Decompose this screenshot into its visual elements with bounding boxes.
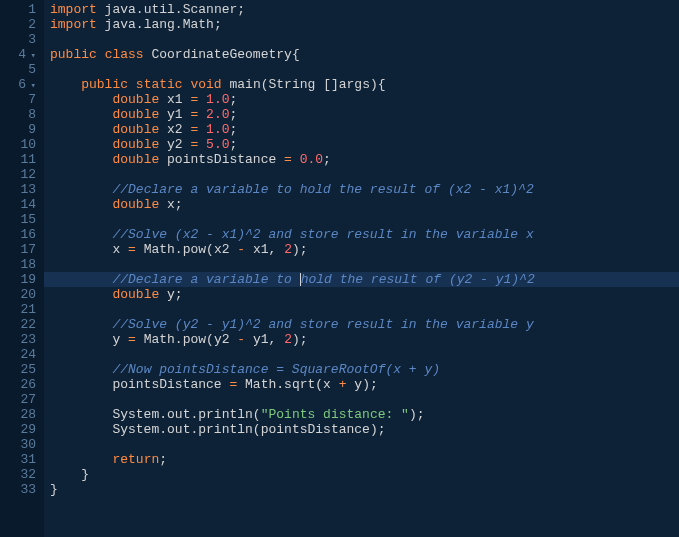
line-number: 4▾ [6,47,36,62]
line-number: 17 [6,242,36,257]
token-ident [50,317,112,332]
code-line[interactable]: y = Math.pow(y2 - y1, 2); [44,332,679,347]
token-op: + [339,377,347,392]
token-ident [276,332,284,347]
code-editor[interactable]: 1234▾56▾78910111213141516171819202122232… [0,0,679,537]
token-punct: ( [206,242,214,257]
code-line[interactable]: double y; [44,287,679,302]
token-ident: System [50,422,159,437]
code-line[interactable] [44,212,679,227]
line-number: 14 [6,197,36,212]
token-ident [50,272,112,287]
token-ident [276,242,284,257]
code-line[interactable]: System.out.println("Points distance: "); [44,407,679,422]
token-punct: } [81,467,89,482]
token-ident: pow [183,242,206,257]
token-punct: ; [323,152,331,167]
code-line[interactable] [44,437,679,452]
line-number: 28 [6,407,36,422]
token-ident: pow [183,332,206,347]
code-line[interactable] [44,62,679,77]
token-ident: Math [136,332,175,347]
token-ident [50,137,112,152]
token-punct: ; [370,377,378,392]
code-area[interactable]: import java.util.Scanner;import java.lan… [44,0,679,537]
code-line[interactable]: //Solve (x2 - x1)^2 and store result in … [44,227,679,242]
code-line[interactable]: } [44,482,679,497]
token-cmt: //Now pointsDistance = SquareRootOf(x + … [112,362,440,377]
token-type: double [112,197,159,212]
code-line[interactable]: pointsDistance = Math.sqrt(x + y); [44,377,679,392]
token-punct: . [136,17,144,32]
token-op: - [237,242,245,257]
token-punct: ; [378,422,386,437]
code-line[interactable]: double x1 = 1.0; [44,92,679,107]
code-line[interactable] [44,32,679,47]
code-line[interactable]: double y2 = 5.0; [44,137,679,152]
code-line[interactable]: public class CoordinateGeometry{ [44,47,679,62]
token-punct: ; [229,122,237,137]
token-punct: ( [261,77,269,92]
code-line[interactable]: System.out.println(pointsDistance); [44,422,679,437]
code-line[interactable]: //Declare a variable to hold the result … [44,272,679,287]
code-line[interactable]: //Solve (y2 - y1)^2 and store result in … [44,317,679,332]
token-ident: y [50,332,128,347]
token-ident: sqrt [284,377,315,392]
code-line[interactable]: } [44,467,679,482]
token-punct: ) [292,332,300,347]
code-line[interactable]: x = Math.pow(x2 - x1, 2); [44,242,679,257]
code-line[interactable]: import java.util.Scanner; [44,2,679,17]
token-ident: java [97,17,136,32]
line-number: 19 [6,272,36,287]
token-op: - [237,332,245,347]
code-line[interactable]: double x2 = 1.0; [44,122,679,137]
token-punct: { [292,47,300,62]
line-number: 27 [6,392,36,407]
token-punct: ; [300,332,308,347]
line-number: 24 [6,347,36,362]
token-kw: public [81,77,128,92]
code-line[interactable]: double pointsDistance = 0.0; [44,152,679,167]
token-ident: pointsDistance [50,377,229,392]
text-cursor [300,273,301,286]
token-ident: x1 [245,242,268,257]
code-line[interactable]: import java.lang.Math; [44,17,679,32]
token-punct: } [50,482,58,497]
token-ident: x2 [159,122,190,137]
line-number: 1 [6,2,36,17]
line-number: 10 [6,137,36,152]
code-line[interactable] [44,302,679,317]
token-punct: ) [292,242,300,257]
code-line[interactable] [44,392,679,407]
token-ident [97,47,105,62]
token-ident: y2 [214,332,237,347]
token-ident: pointsDistance [261,422,370,437]
token-punct: ; [229,137,237,152]
token-ident [198,122,206,137]
code-line[interactable]: return; [44,452,679,467]
token-cmt: //Solve (x2 - x1)^2 and store result in … [112,227,533,242]
token-ident: java [97,2,136,17]
token-punct: ( [206,332,214,347]
token-ident: Math [136,242,175,257]
line-number: 2 [6,17,36,32]
line-number: 21 [6,302,36,317]
token-ident [292,152,300,167]
token-ident: Math [183,17,214,32]
code-line[interactable] [44,347,679,362]
token-kw: import [50,2,97,17]
code-line[interactable]: //Now pointsDistance = SquareRootOf(x + … [44,362,679,377]
token-ident [198,107,206,122]
token-num: 2 [284,332,292,347]
code-line[interactable] [44,167,679,182]
code-line[interactable]: public static void main(String []args){ [44,77,679,92]
code-line[interactable] [44,257,679,272]
code-line[interactable]: double y1 = 2.0; [44,107,679,122]
line-number: 20 [6,287,36,302]
code-line[interactable]: double x; [44,197,679,212]
token-punct: ( [315,377,323,392]
token-ident: out [167,407,190,422]
token-ident [50,452,112,467]
code-line[interactable]: //Declare a variable to hold the result … [44,182,679,197]
token-ident: CoordinateGeometry [144,47,292,62]
